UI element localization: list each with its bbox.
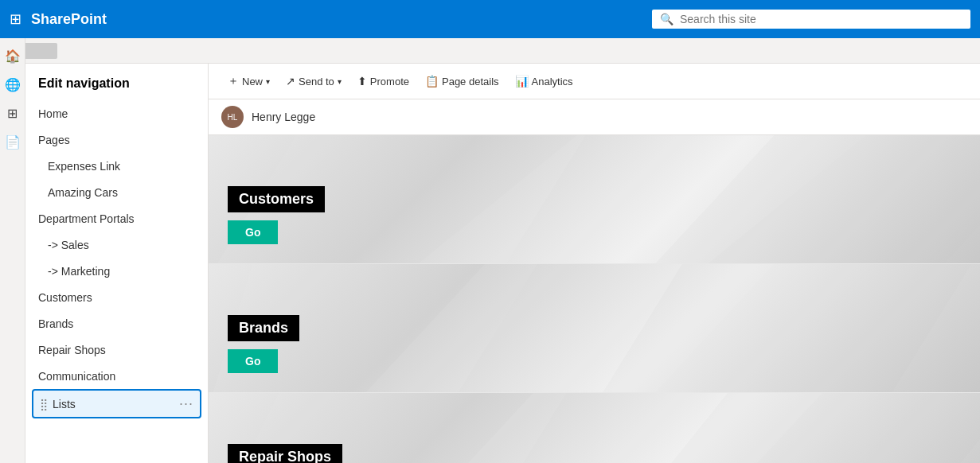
card-3-overlay: Repair Shops Go: [228, 444, 342, 463]
second-bar: [0, 38, 980, 64]
nav-panel-title: Edit navigation: [25, 73, 208, 100]
grid2-icon[interactable]: ⊞: [2, 102, 24, 124]
promote-icon: ⬆: [357, 75, 367, 88]
card-1-overlay: Customers Go: [228, 186, 325, 244]
search-input[interactable]: [680, 13, 962, 25]
card-pattern-2: [209, 264, 980, 392]
home-icon[interactable]: 🏠: [2, 45, 24, 67]
analytics-icon: 📊: [515, 75, 529, 88]
grid-icon[interactable]: ⊞: [10, 10, 21, 28]
new-chevron-icon: ▾: [266, 77, 270, 86]
search-bar[interactable]: 🔍: [652, 10, 970, 29]
avatar: HL: [221, 106, 244, 128]
author-name: Henry Legge: [252, 111, 315, 123]
search-icon: 🔍: [660, 13, 674, 25]
nav-item-communication[interactable]: Communication ···: [25, 363, 208, 389]
customers-card: Customers Go: [209, 135, 980, 264]
new-plus-icon: ＋: [228, 74, 239, 88]
left-sidebar-icons: 🏠 🌐 ⊞ 📄: [0, 38, 25, 463]
nav-item-lists-dots[interactable]: ···: [179, 395, 193, 412]
new-button[interactable]: ＋ New ▾: [221, 70, 276, 92]
brands-card: Brands Go: [209, 264, 980, 393]
card-2-title: Brands: [228, 315, 299, 341]
send-icon: ↗: [286, 75, 295, 88]
send-to-button[interactable]: ↗ Send to ▾: [279, 71, 348, 91]
card-1-title: Customers: [228, 186, 325, 212]
nav-item-lists[interactable]: ⣿ Lists ···: [32, 389, 201, 418]
sendto-chevron-icon: ▾: [338, 77, 342, 86]
nav-item-pages[interactable]: Pages ···: [25, 126, 208, 153]
nav-item-amazing-cars[interactable]: Amazing Cars ···: [25, 179, 208, 205]
card-2-overlay: Brands Go: [228, 315, 299, 373]
lists-drag-icon: ⣿: [40, 398, 48, 410]
promote-button[interactable]: ⬆ Promote: [351, 71, 416, 91]
card-bg-2: [209, 264, 980, 392]
toolbar: ＋ New ▾ ↗ Send to ▾ ⬆ Promote 📋 Page det…: [209, 64, 980, 99]
page-icon[interactable]: 📄: [2, 130, 24, 153]
app-title: SharePoint: [31, 11, 107, 28]
card-3-title: Repair Shops: [228, 444, 342, 463]
nav-item-sales[interactable]: -> Sales ···: [25, 231, 208, 258]
author-bar: HL Henry Legge: [209, 99, 980, 135]
nav-item-home[interactable]: Home ···: [25, 100, 208, 126]
top-bar: ⊞ SharePoint 🔍: [0, 0, 980, 38]
right-panel: ＋ New ▾ ↗ Send to ▾ ⬆ Promote 📋 Page det…: [209, 64, 980, 463]
repair-shops-card: Repair Shops Go: [209, 393, 980, 463]
nav-item-dept-portals[interactable]: Department Portals ···: [25, 205, 208, 231]
nav-item-expenses-link[interactable]: Expenses Link ···: [25, 153, 208, 179]
nav-panel: Edit navigation Home ··· Pages ··· Expen…: [25, 64, 209, 463]
main-layout: Edit navigation Home ··· Pages ··· Expen…: [25, 64, 980, 463]
page-details-icon: 📋: [425, 75, 439, 88]
globe-icon[interactable]: 🌐: [2, 73, 24, 95]
page-details-button[interactable]: 📋 Page details: [419, 71, 506, 91]
nav-item-brands[interactable]: Brands ···: [25, 310, 208, 337]
nav-item-customers[interactable]: Customers ···: [25, 284, 208, 310]
avatar-initials: HL: [228, 113, 238, 122]
card-1-go-button[interactable]: Go: [228, 220, 278, 244]
card-2-go-button[interactable]: Go: [228, 349, 278, 373]
content-area: Customers Go Brands Go: [209, 135, 980, 463]
nav-item-marketing[interactable]: -> Marketing ···: [25, 258, 208, 284]
analytics-button[interactable]: 📊 Analytics: [509, 71, 580, 91]
nav-item-repair-shops[interactable]: Repair Shops ···: [25, 337, 208, 363]
